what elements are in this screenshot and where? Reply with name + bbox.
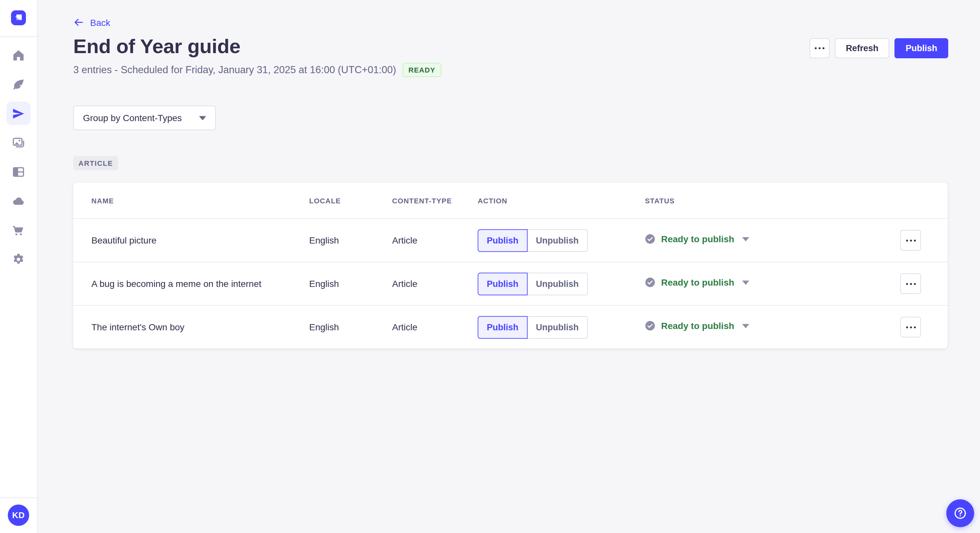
row-unpublish-button[interactable]: Unpublish [527, 272, 588, 295]
row-menu-button[interactable] [900, 317, 921, 338]
entry-locale: English [309, 279, 392, 289]
row-unpublish-button[interactable]: Unpublish [527, 316, 588, 338]
strapi-logo-icon [11, 10, 26, 25]
table-row: The internet's Own boy English Article P… [73, 305, 948, 348]
app-window: KD Back End of Year guide 3 entries - Sc… [0, 0, 980, 533]
main-content: Back End of Year guide 3 entries - Sched… [38, 0, 980, 533]
action-segmented-control: Publish Unpublish [478, 316, 645, 338]
column-header-action: ACTION [478, 197, 645, 204]
sidebar-item-releases[interactable] [6, 102, 30, 125]
publish-release-button[interactable]: Publish [894, 38, 948, 58]
table-header-row: NAME LOCALE CONTENT-TYPE ACTION STATUS [73, 182, 948, 218]
help-button[interactable] [946, 499, 974, 527]
cloud-icon [12, 194, 25, 208]
table-row: Beautiful picture English Article Publis… [73, 218, 948, 262]
back-label: Back [90, 17, 110, 27]
paper-plane-icon [12, 106, 25, 120]
cart-icon [12, 223, 25, 237]
status-select[interactable]: Ready to publish [645, 234, 749, 244]
entry-content-type: Article [392, 235, 478, 246]
group-by-select[interactable]: Group by Content-Types [73, 106, 216, 130]
entry-name: The internet's Own boy [91, 322, 309, 332]
header-actions: Refresh Publish [810, 38, 948, 58]
table-row: A bug is becoming a meme on the internet… [73, 262, 948, 305]
sidebar-divider [0, 497, 37, 498]
row-publish-button[interactable]: Publish [478, 316, 528, 338]
gear-icon [12, 252, 25, 266]
entry-content-type: Article [392, 279, 478, 289]
feather-icon [12, 78, 25, 91]
sidebar-item-settings[interactable] [6, 247, 30, 271]
avatar-initials: KD [12, 510, 25, 520]
release-meta: 3 entries - Scheduled for Friday, Januar… [73, 63, 441, 77]
sidebar-nav [6, 43, 30, 271]
status-label: Ready to publish [661, 277, 734, 287]
action-segmented-control: Publish Unpublish [478, 229, 645, 252]
content-type-group-badge: ARTICLE [73, 156, 118, 170]
sidebar-item-content-manager[interactable] [6, 73, 30, 96]
chevron-down-icon [199, 116, 206, 120]
entry-locale: English [309, 322, 392, 332]
group-by-label: Group by Content-Types [83, 113, 182, 123]
chevron-down-icon [742, 280, 749, 285]
ellipsis-icon [906, 326, 915, 328]
column-header-name: NAME [91, 197, 309, 204]
row-menu-button[interactable] [900, 273, 921, 294]
entries-table: NAME LOCALE CONTENT-TYPE ACTION STATUS B… [73, 182, 948, 348]
entry-name: A bug is becoming a meme on the internet [91, 279, 309, 289]
row-publish-button[interactable]: Publish [478, 272, 528, 295]
page-title: End of Year guide [73, 35, 240, 58]
strapi-logo[interactable] [11, 10, 26, 25]
row-publish-button[interactable]: Publish [478, 229, 528, 252]
column-header-content-type: CONTENT-TYPE [392, 197, 478, 204]
status-badge: READY [402, 63, 441, 77]
sidebar-divider [0, 36, 37, 37]
user-avatar[interactable]: KD [8, 504, 29, 526]
check-circle-icon [645, 320, 655, 331]
sidebar-item-content-type-builder[interactable] [6, 160, 30, 183]
refresh-button[interactable]: Refresh [835, 38, 889, 58]
row-unpublish-button[interactable]: Unpublish [527, 229, 588, 252]
chevron-down-icon [742, 237, 749, 241]
sidebar-item-deploy[interactable] [6, 189, 30, 213]
status-label: Ready to publish [661, 320, 734, 331]
status-label: Ready to publish [661, 234, 734, 244]
question-circle-icon [953, 506, 967, 520]
home-icon [12, 48, 25, 62]
entry-locale: English [309, 235, 392, 246]
sidebar-item-media-library[interactable] [6, 131, 30, 154]
action-segmented-control: Publish Unpublish [478, 272, 645, 295]
status-select[interactable]: Ready to publish [645, 320, 749, 331]
row-menu-button[interactable] [900, 230, 921, 251]
entry-content-type: Article [392, 322, 478, 332]
check-circle-icon [645, 234, 655, 244]
ellipsis-icon [906, 239, 915, 241]
sidebar-item-marketplace[interactable] [6, 218, 30, 241]
sidebar: KD [0, 0, 38, 533]
back-link[interactable]: Back [73, 17, 110, 28]
more-options-button[interactable] [810, 38, 830, 58]
release-subtitle: 3 entries - Scheduled for Friday, Januar… [73, 64, 396, 76]
ellipsis-icon [906, 283, 915, 285]
arrow-left-icon [73, 17, 84, 28]
column-header-status: STATUS [645, 197, 900, 204]
images-icon [12, 136, 25, 149]
ellipsis-icon [815, 47, 824, 49]
chevron-down-icon [742, 324, 749, 328]
status-select[interactable]: Ready to publish [645, 277, 749, 287]
entry-name: Beautiful picture [91, 235, 309, 246]
check-circle-icon [645, 277, 655, 287]
layout-icon [12, 165, 25, 178]
column-header-locale: LOCALE [309, 197, 392, 204]
sidebar-item-home[interactable] [6, 43, 30, 67]
